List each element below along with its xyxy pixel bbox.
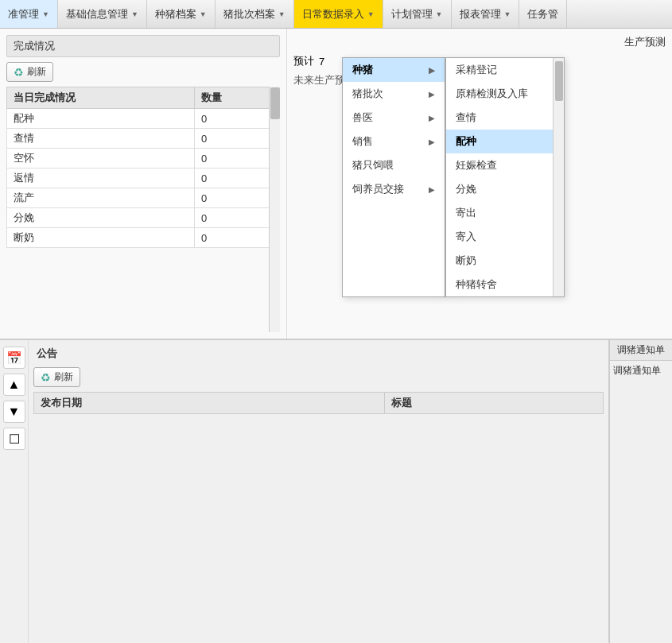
forecast-prefix: 预计	[293, 54, 314, 68]
status-label: 配种	[7, 109, 195, 129]
refresh-icon-left: ♻	[14, 66, 24, 79]
submenu-label-jichu: 寄出	[456, 206, 476, 220]
calendar-icon[interactable]: 📅	[3, 347, 25, 369]
submenu-container: 种猪 ▶ 猪批次 ▶ 兽医 ▶ 销售 ▶ 猪只饲喂	[342, 57, 565, 297]
submenu-label-zhuanzhe: 种猪转舍	[456, 277, 497, 292]
submenu-label-fenmian: 分娩	[456, 182, 476, 196]
status-value: 0	[195, 188, 280, 208]
menu-label-zhupici: 猪批次	[352, 87, 383, 101]
table-row: 查情0	[7, 129, 280, 149]
menu-arrow-xiaoshou: ▶	[429, 138, 435, 146]
submenu-scrollbar-thumb	[555, 61, 563, 101]
submenu-item-duannai[interactable]: 断奶	[446, 249, 564, 273]
forecast-value: 7	[319, 56, 324, 68]
menu-item-zhongzhu[interactable]: 种猪 ▶	[343, 58, 445, 82]
submenu-label-chaqing: 查情	[456, 110, 476, 125]
nav-label-jihua: 计划管理	[391, 7, 433, 21]
submenu-label-yuanjing: 原精检测及入库	[456, 87, 528, 101]
submenu-item-renzhen[interactable]: 妊娠检查	[446, 153, 564, 177]
status-label: 流产	[7, 188, 195, 208]
nav-arrow-1: ▼	[131, 10, 138, 18]
nav-label-zhongzhudangan: 种猪档案	[155, 7, 196, 21]
submenu-item-jichu[interactable]: 寄出	[446, 201, 564, 225]
notif-title: 调猪通知单	[610, 340, 672, 361]
notice-title: 公告	[33, 345, 604, 362]
status-value: 0	[195, 149, 280, 168]
submenu-scrollbar[interactable]	[553, 58, 564, 296]
section-title: 完成情况	[6, 35, 280, 57]
navbar: 准管理 ▼ 基础信息管理 ▼ 种猪档案 ▼ 猪批次档案 ▼ 日常数据录入 ▼ 计…	[0, 0, 672, 29]
status-label: 查情	[7, 129, 195, 149]
nav-item-jihua[interactable]: 计划管理 ▼	[383, 0, 452, 28]
nav-label-renwu: 任务管	[527, 7, 558, 21]
menu-arrow-zhupici: ▶	[429, 90, 435, 99]
submenu-label-renzhen: 妊娠检查	[456, 158, 497, 172]
nav-arrow-6: ▼	[504, 10, 511, 18]
menu-item-siwei[interactable]: 猪只饲喂	[343, 153, 445, 177]
notice-panel: 公告 ♻ 刷新 发布日期 标题	[29, 340, 608, 643]
submenu-item-jiru[interactable]: 寄入	[446, 225, 564, 249]
status-table: 当日完成情况 数量 配种0查情0空怀0返情0流产0分娩0断奶0	[6, 87, 280, 248]
menu-item-zhupici[interactable]: 猪批次 ▶	[343, 82, 445, 106]
forecast-header: 生产预测	[293, 35, 666, 49]
menu-item-shouyi[interactable]: 兽医 ▶	[343, 106, 445, 130]
notif-content: 调猪通知单	[610, 361, 672, 643]
nav-item-zhupici[interactable]: 猪批次档案 ▼	[216, 0, 294, 28]
left-panel: 完成情况 ♻ 刷新 当日完成情况 数量 配种0查情0空怀0返情0流产0	[0, 29, 286, 339]
nav-arrow-4: ▼	[367, 10, 375, 18]
nav-label-richangshuju: 日常数据录入	[302, 7, 364, 21]
checkbox-icon[interactable]: ☐	[3, 428, 25, 450]
notice-col-title: 标题	[385, 393, 604, 414]
menu-item-siyangjiaojie[interactable]: 饲养员交接 ▶	[343, 177, 445, 201]
table-row: 空怀0	[7, 149, 280, 168]
notif-content-text: 调猪通知单	[613, 365, 661, 376]
nav-label-zhunguanli: 准管理	[8, 7, 39, 21]
submenu-item-zhuanzhe[interactable]: 种猪转舍	[446, 273, 564, 296]
submenu-item-chaqing[interactable]: 查情	[446, 106, 564, 130]
nav-label-baobiao: 报表管理	[460, 7, 501, 21]
refresh-button-notice[interactable]: ♻ 刷新	[33, 367, 80, 387]
scroll-thumb	[270, 87, 280, 119]
scroll-track[interactable]	[269, 87, 280, 332]
nav-arrow-0: ▼	[42, 10, 49, 18]
menu-label-siwei: 猪只饲喂	[352, 158, 394, 172]
table-row: 返情0	[7, 168, 280, 188]
status-label: 返情	[7, 168, 195, 188]
nav-item-zhunguanli[interactable]: 准管理 ▼	[0, 0, 58, 28]
nav-arrow-3: ▼	[278, 10, 286, 18]
down-icon[interactable]: ▼	[3, 401, 25, 423]
nav-item-richangshuju[interactable]: 日常数据录入 ▼	[294, 0, 383, 28]
bottom-section: 📅 ▲ ▼ ☐ 公告 ♻ 刷新 发布日期 标题	[0, 339, 672, 643]
refresh-label-notice: 刷新	[54, 370, 73, 384]
submenu-item-peizong[interactable]: 配种	[446, 130, 564, 153]
submenu-item-fenmian[interactable]: 分娩	[446, 177, 564, 201]
status-value: 0	[195, 228, 280, 248]
nav-item-renwu[interactable]: 任务管	[519, 0, 567, 28]
col-header-status: 当日完成情况	[7, 87, 195, 109]
forecast-title: 生产预测	[624, 35, 666, 49]
menu-item-xiaoshou[interactable]: 销售 ▶	[343, 130, 445, 153]
nav-item-baobiao[interactable]: 报表管理 ▼	[452, 0, 520, 28]
refresh-label-left: 刷新	[27, 65, 46, 79]
nav-label-jichuxinxi: 基础信息管理	[66, 7, 128, 21]
notice-col-date: 发布日期	[34, 393, 385, 414]
nav-item-jichuxinxi[interactable]: 基础信息管理 ▼	[58, 0, 147, 28]
submenu-label-caijing: 采精登记	[456, 63, 497, 77]
status-value: 0	[195, 109, 280, 129]
status-value: 0	[195, 168, 280, 188]
up-icon[interactable]: ▲	[3, 374, 25, 396]
submenu-item-yuanjing[interactable]: 原精检测及入库	[446, 82, 564, 106]
status-label: 断奶	[7, 228, 195, 248]
submenu-item-caijing[interactable]: 采精登记	[446, 58, 564, 82]
submenu-label-peizong: 配种	[456, 134, 476, 149]
submenu-panel: 采精登记 原精检测及入库 查情 配种 妊娠检查 分娩 寄出	[445, 57, 565, 297]
menu-label-shouyi: 兽医	[352, 110, 373, 125]
table-row: 分娩0	[7, 208, 280, 228]
menu-arrow-siyangjiaojie: ▶	[429, 185, 435, 194]
nav-item-zhongzhudangan[interactable]: 种猪档案 ▼	[147, 0, 216, 28]
status-value: 0	[195, 208, 280, 228]
refresh-button-left[interactable]: ♻ 刷新	[6, 62, 53, 82]
menu-label-siyangjiaojie: 饲养员交接	[352, 182, 404, 196]
status-value: 0	[195, 129, 280, 149]
col-header-count: 数量	[195, 87, 280, 109]
